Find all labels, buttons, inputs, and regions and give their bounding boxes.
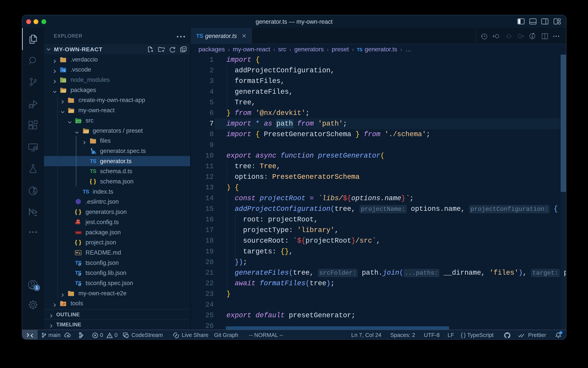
svg-text:JS: JS <box>64 80 66 82</box>
svg-text:TS: TS <box>93 152 96 155</box>
svg-text:npm: npm <box>76 231 81 234</box>
svg-text:</>: </> <box>77 120 80 123</box>
